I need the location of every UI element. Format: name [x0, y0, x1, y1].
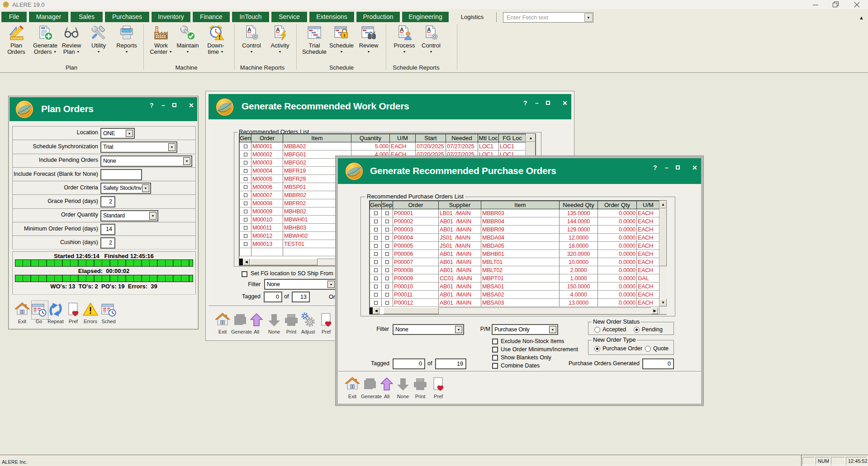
svg-text:A: A [247, 27, 251, 33]
svg-text:A: A [427, 27, 431, 33]
svg-text:A: A [276, 27, 280, 33]
svg-text:A: A [400, 27, 404, 33]
